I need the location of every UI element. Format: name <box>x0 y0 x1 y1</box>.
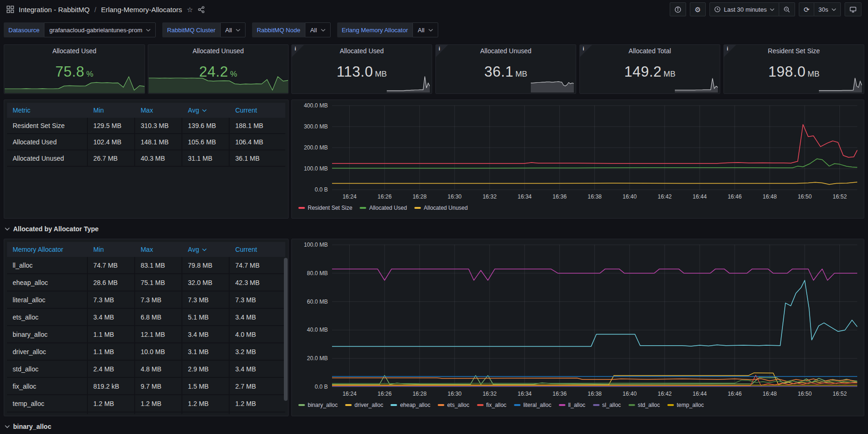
column-header-avg[interactable]: Avg <box>182 242 230 257</box>
value-cell: 9.7 MB <box>135 378 182 394</box>
legend-item[interactable]: sl_alloc <box>593 402 621 408</box>
stat-panel-title[interactable]: Resident Set Size <box>724 47 864 55</box>
column-header-min[interactable]: Min <box>88 103 135 118</box>
svg-text:16:36: 16:36 <box>553 391 567 397</box>
time-range-picker[interactable]: Last 30 minutes <box>709 2 780 16</box>
value-cell: 294.9 kB <box>182 413 230 414</box>
legend-item[interactable]: fix_alloc <box>477 402 506 408</box>
filter-label: RabbitMQ Node <box>252 22 305 37</box>
legend-item[interactable]: eheap_alloc <box>391 402 430 408</box>
table-scrollbar[interactable] <box>284 258 288 401</box>
filter-value: All <box>310 27 317 34</box>
kiosk-mode-button[interactable] <box>845 2 861 16</box>
legend-swatch <box>414 207 421 209</box>
value-cell: 6.8 MB <box>135 309 182 325</box>
table-row: sl_alloc294.9 kB294.9 kB294.9 kB294.9 kB <box>7 413 285 414</box>
svg-text:16:38: 16:38 <box>587 193 601 200</box>
legend-item[interactable]: Allocated Used <box>360 205 407 211</box>
dashboard-settings-button[interactable]: ⚙ <box>690 2 705 16</box>
legend-item[interactable]: ll_alloc <box>559 402 586 408</box>
legend-item[interactable]: std_alloc <box>629 402 660 408</box>
stat-panel-title[interactable]: Allocated Unused <box>148 47 288 55</box>
value-cell: 1.2 MB <box>230 395 285 412</box>
legend-swatch <box>298 207 305 209</box>
datasource-select[interactable]: grafanacloud-gabrielantunes-prom <box>44 22 156 37</box>
chevron-down-icon <box>832 8 836 11</box>
memory-timeseries-panel: 0.0 B100.0 MB200.0 MB300.0 MB400.0 MB16:… <box>291 100 864 219</box>
metric-name-cell: eheap_alloc <box>7 274 88 291</box>
column-header-current[interactable]: Current <box>230 103 285 118</box>
legend-label: driver_alloc <box>354 402 383 408</box>
legend-item[interactable]: literal_alloc <box>514 402 551 408</box>
share-icon[interactable] <box>198 6 205 13</box>
legend-item[interactable]: Resident Set Size <box>298 205 352 211</box>
value-cell: 102.4 MB <box>88 134 135 149</box>
legend-item[interactable]: driver_alloc <box>345 402 383 408</box>
section-binary-alloc[interactable]: binary_alloc <box>5 423 51 430</box>
legend-item[interactable]: ets_alloc <box>438 402 469 408</box>
column-header-min[interactable]: Min <box>88 242 135 257</box>
panel-info-button[interactable] <box>670 2 686 16</box>
zoom-out-time-button[interactable] <box>779 2 795 16</box>
sparkline <box>387 73 430 92</box>
breadcrumb-folder[interactable]: Integration - RabbitMQ <box>19 6 90 14</box>
value-cell: 3.1 MB <box>182 343 230 360</box>
stat-panel-title[interactable]: Allocated Total <box>580 47 720 55</box>
metric-name-cell: driver_alloc <box>7 343 88 360</box>
svg-text:0.0 B: 0.0 B <box>315 384 328 390</box>
value-cell: 129.5 MB <box>88 118 135 133</box>
svg-text:16:26: 16:26 <box>377 193 391 200</box>
column-header-memory-allocator[interactable]: Memory Allocator <box>7 242 88 257</box>
column-header-max[interactable]: Max <box>135 103 182 118</box>
legend-swatch <box>477 404 484 406</box>
value-cell: 7.3 MB <box>230 292 285 308</box>
breadcrumb-dashboard[interactable]: Erlang-Memory-Allocators <box>101 6 182 14</box>
svg-text:16:26: 16:26 <box>377 391 391 397</box>
legend-label: ll_alloc <box>568 402 586 408</box>
node-select[interactable]: All <box>305 22 330 37</box>
column-header-max[interactable]: Max <box>135 242 182 257</box>
column-header-metric[interactable]: Metric <box>7 103 88 118</box>
sparkline <box>149 72 289 93</box>
value-cell: 4.8 MB <box>135 361 182 377</box>
column-header-current[interactable]: Current <box>230 242 285 257</box>
section-allocated-by-type[interactable]: Allocated by Allocator Type <box>5 225 99 233</box>
value-cell: 36.1 MB <box>230 150 285 166</box>
value-cell: 31.1 MB <box>182 150 230 166</box>
legend-label: sl_alloc <box>602 402 621 408</box>
column-header-avg[interactable]: Avg <box>182 103 230 118</box>
svg-text:400.0 MB: 400.0 MB <box>304 102 328 109</box>
legend-item[interactable]: Allocated Unused <box>414 205 468 211</box>
svg-text:16:44: 16:44 <box>693 193 707 200</box>
allocator-select[interactable]: All <box>412 22 438 37</box>
value-cell: 79.8 MB <box>182 257 230 273</box>
refresh-interval-picker[interactable]: 30s <box>814 2 841 16</box>
sparkline <box>819 73 862 92</box>
value-cell: 2.4 MB <box>88 361 135 377</box>
legend-item[interactable]: binary_alloc <box>298 402 338 408</box>
legend-swatch <box>667 404 674 406</box>
svg-text:16:24: 16:24 <box>342 193 356 200</box>
svg-text:80.0 MB: 80.0 MB <box>307 270 328 277</box>
stat-panel-title[interactable]: Allocated Used <box>292 47 432 55</box>
monitor-icon <box>849 6 857 13</box>
table-row: eheap_alloc28.6 MB75.1 MB32.0 MB42.3 MB <box>7 274 285 292</box>
memory-timeseries-chart[interactable]: 0.0 B100.0 MB200.0 MB300.0 MB400.0 MB16:… <box>292 100 864 203</box>
cluster-select[interactable]: All <box>220 22 246 37</box>
star-icon[interactable]: ☆ <box>187 6 193 13</box>
svg-text:16:32: 16:32 <box>483 193 497 200</box>
stat-panel-title[interactable]: Allocated Unused <box>436 47 576 55</box>
svg-text:16:34: 16:34 <box>518 193 532 200</box>
table-row: Allocated Used102.4 MB148.1 MB105.6 MB10… <box>7 134 285 150</box>
value-cell: 1.2 MB <box>88 395 135 412</box>
allocator-timeseries-chart[interactable]: 0.0 B20.0 MB40.0 MB60.0 MB80.0 MB100.0 M… <box>292 239 864 400</box>
stat-panel-title[interactable]: Allocated Used <box>4 47 145 55</box>
table-body: Resident Set Size129.5 MB310.3 MB139.6 M… <box>7 118 285 167</box>
value-cell: 188.1 MB <box>230 118 285 133</box>
dashboards-grid-icon[interactable] <box>7 6 14 13</box>
svg-text:200.0 MB: 200.0 MB <box>304 144 328 151</box>
legend-item[interactable]: temp_alloc <box>667 402 704 408</box>
table-row: literal_alloc7.3 MB7.3 MB7.3 MB7.3 MB <box>7 292 285 309</box>
refresh-button[interactable]: ⟳ <box>799 2 814 16</box>
filter-datasource: Datasource grafanacloud-gabrielantunes-p… <box>4 22 156 37</box>
